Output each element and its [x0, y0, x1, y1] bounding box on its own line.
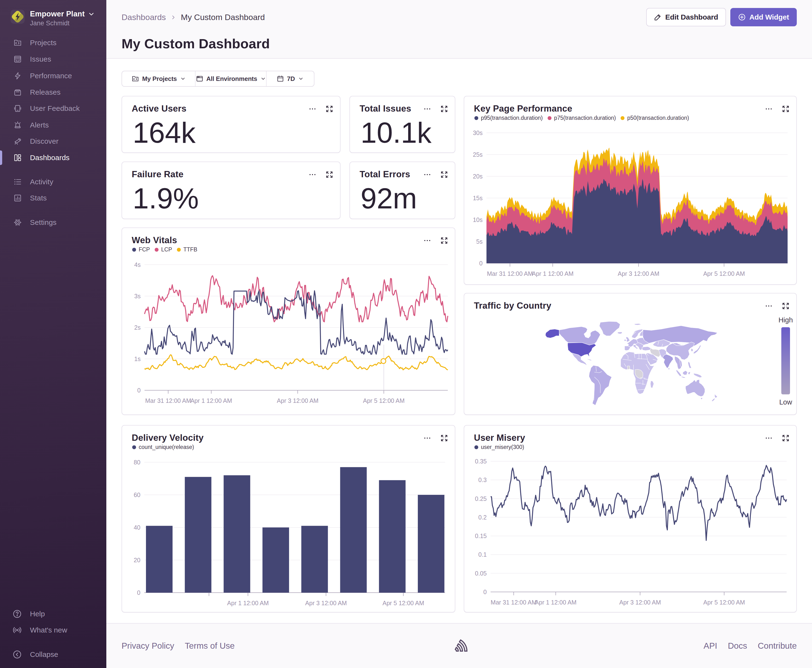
org-switcher[interactable]: Empower Plant Jane Schmidt — [11, 10, 94, 27]
legend-item[interactable]: p50(transaction.duration) — [621, 115, 689, 121]
sidebar-item-label: Stats — [30, 194, 47, 202]
svg-text:0.3: 0.3 — [478, 476, 487, 483]
sidebar-item-releases[interactable]: Releases — [0, 84, 106, 100]
widget-actions — [424, 104, 448, 113]
widget-actions — [424, 169, 448, 179]
svg-text:0: 0 — [137, 387, 141, 394]
org-name: Empower Plant — [30, 10, 85, 18]
header-actions: Edit Dashboard Add Widget — [646, 8, 797, 26]
svg-text:0: 0 — [483, 589, 487, 595]
country-russia — [643, 326, 718, 346]
legend-dot — [547, 116, 551, 120]
sidebar-item-whats-new[interactable]: What's new — [0, 622, 106, 638]
projects-icon — [13, 38, 22, 47]
legend-item[interactable]: LCP — [155, 246, 172, 253]
country-borneo — [683, 371, 688, 375]
svg-text:0: 0 — [137, 589, 141, 596]
svg-text:Apr 5 12:00 AM: Apr 5 12:00 AM — [703, 270, 745, 277]
legend-item[interactable]: p95(transaction.duration) — [474, 115, 543, 121]
legend-item[interactable]: count_unique(release) — [132, 444, 194, 451]
country-ghana_gray — [627, 366, 630, 369]
country-nz_south — [712, 398, 715, 402]
legend-label: user_misery(300) — [481, 444, 524, 451]
svg-text:20s: 20s — [473, 173, 482, 180]
widget-delivery-velocity: Delivery Velocity020406080Apr 1 12:00 AM… — [122, 425, 455, 613]
sidebar-item-activity[interactable]: Activity — [0, 174, 106, 190]
footer-link-privacy-policy[interactable]: Privacy Policy — [122, 641, 174, 651]
legend-dot — [132, 445, 136, 449]
sidebar-item-stats[interactable]: Stats — [0, 190, 106, 206]
legend-item[interactable]: TTFB — [177, 246, 198, 253]
environment-filter[interactable]: All Environments — [195, 71, 266, 86]
country-alaska — [546, 329, 559, 338]
widget-expand-icon[interactable] — [440, 105, 448, 113]
performance-icon — [13, 72, 22, 80]
svg-text:Apr 1 12:00 AM: Apr 1 12:00 AM — [535, 599, 576, 606]
country-cuba — [587, 359, 593, 361]
widget-header: Failure Rate — [132, 169, 333, 179]
svg-text:25s: 25s — [473, 151, 482, 158]
chevron-down-icon — [261, 76, 266, 81]
country-canada — [559, 327, 600, 345]
sidebar-item-discover[interactable]: Discover — [0, 133, 106, 149]
date-range-filter[interactable]: 7D — [266, 71, 313, 86]
widget-expand-icon[interactable] — [325, 171, 333, 179]
sidebar-item-label: Discover — [30, 137, 59, 145]
issues-icon — [13, 55, 22, 63]
widget-menu-icon[interactable] — [424, 171, 431, 179]
breadcrumb-dashboards[interactable]: Dashboards — [122, 13, 166, 22]
org-avatar — [11, 10, 25, 24]
sidebar-item-projects[interactable]: Projects — [0, 35, 106, 51]
svg-text:3s: 3s — [134, 293, 141, 299]
map-legend-low: Low — [771, 398, 800, 406]
sidebar-item-label: Performance — [30, 72, 72, 80]
sidebar-item-help[interactable]: Help — [0, 606, 106, 622]
widget-expand-icon[interactable] — [440, 171, 448, 179]
sidebar-item-label: Alerts — [30, 121, 49, 129]
widget-web-vitals: Web Vitals01s2s3s4sMar 31 12:00 AMApr 1 … — [122, 227, 455, 415]
footer-link-terms-of-use[interactable]: Terms of Use — [185, 641, 234, 651]
edit-dashboard-button[interactable]: Edit Dashboard — [646, 8, 726, 26]
sidebar-item-user-feedback[interactable]: User Feedback — [0, 100, 106, 117]
widget-menu-icon[interactable] — [309, 171, 316, 179]
settings-icon — [13, 218, 22, 227]
alerts-icon — [13, 121, 22, 129]
svg-text:30s: 30s — [473, 129, 482, 136]
legend-label: p50(transaction.duration) — [627, 115, 689, 121]
sidebar: Empower Plant Jane Schmidt ProjectsIssue… — [0, 0, 106, 668]
releases-icon — [13, 88, 22, 96]
widget-header: Active Users — [132, 104, 333, 114]
project-filter[interactable]: My Projects — [122, 71, 195, 86]
legend-item[interactable]: FCP — [132, 246, 150, 253]
widget-legend: FCPLCPTTFB — [132, 246, 197, 253]
svg-text:0.2: 0.2 — [478, 514, 487, 521]
legend-label: LCP — [161, 246, 172, 253]
calendar-icon — [277, 75, 284, 82]
country-svalbard — [634, 324, 641, 325]
country-greenland — [599, 321, 620, 336]
sidebar-item-issues[interactable]: Issues — [0, 51, 106, 67]
footer-link-docs[interactable]: Docs — [728, 641, 747, 651]
footer-link-api[interactable]: API — [703, 641, 717, 651]
svg-text:Apr 5 12:00 AM: Apr 5 12:00 AM — [383, 600, 424, 606]
country-philippines — [688, 361, 691, 368]
legend-item[interactable]: user_misery(300) — [474, 444, 524, 451]
sidebar-item-performance[interactable]: Performance — [0, 68, 106, 84]
footer-link-contribute[interactable]: Contribute — [758, 641, 797, 651]
country-tasmania — [701, 398, 703, 399]
widget-menu-icon[interactable] — [424, 105, 431, 113]
sidebar-item-settings[interactable]: Settings — [0, 214, 106, 230]
svg-text:40: 40 — [134, 524, 141, 531]
sidebar-item-dashboards[interactable]: Dashboards — [0, 149, 106, 166]
widget-header: Total Errors — [360, 169, 448, 179]
collapse-icon — [13, 650, 22, 659]
map-legend-high: High — [771, 316, 800, 324]
legend-item[interactable]: p75(transaction.duration) — [547, 115, 616, 121]
widget-active-users: Active Users164k — [122, 96, 340, 153]
sidebar-item-alerts[interactable]: Alerts — [0, 117, 106, 133]
widget-expand-icon[interactable] — [325, 105, 333, 113]
widget-menu-icon[interactable] — [309, 105, 316, 113]
dashboards-icon — [13, 154, 22, 162]
add-widget-button[interactable]: Add Widget — [730, 8, 797, 26]
sidebar-item-collapse[interactable]: Collapse — [0, 646, 106, 663]
